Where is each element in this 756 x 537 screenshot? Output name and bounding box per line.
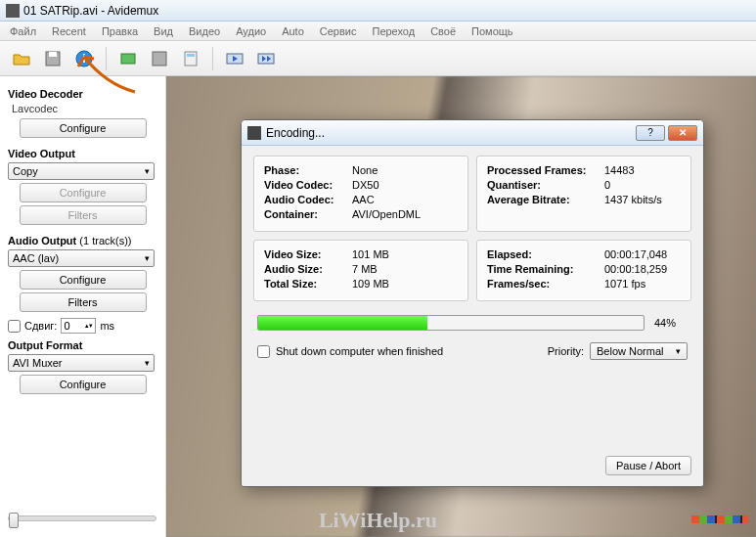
- menu-go[interactable]: Переход: [366, 23, 421, 39]
- fps-value: 1071 fps: [604, 278, 681, 290]
- priority-value: Below Normal: [597, 345, 663, 357]
- play-button[interactable]: [221, 45, 248, 72]
- toolbar-separator: [106, 47, 107, 70]
- phase-label: Phase:: [264, 164, 352, 176]
- shutdown-checkbox[interactable]: [257, 345, 270, 358]
- save-video-button[interactable]: [39, 45, 67, 72]
- shift-spinner[interactable]: 0: [61, 318, 96, 334]
- shutdown-label: Shut down computer when finished: [276, 345, 443, 357]
- audio-output-value: AAC (lav): [13, 252, 59, 264]
- seek-slider[interactable]: [8, 515, 156, 521]
- toolbar: i: [0, 41, 756, 76]
- menu-view[interactable]: Вид: [148, 23, 179, 39]
- priority-label: Priority:: [548, 345, 584, 357]
- progress-percent: 44%: [654, 317, 688, 329]
- frame-info-box: Processed Frames:14483 Quantiser:0 Avera…: [476, 156, 691, 232]
- dialog-titlebar: Encoding... ? ✕: [242, 120, 703, 146]
- sidebar: Video Decoder Lavcodec Configure Video O…: [0, 76, 166, 537]
- video-output-configure-button[interactable]: Configure: [20, 183, 147, 202]
- tsize-value: 109 MB: [352, 278, 458, 290]
- asize-label: Audio Size:: [264, 263, 352, 275]
- procframes-value: 14483: [604, 164, 681, 176]
- output-format-combo[interactable]: AVI Muxer: [8, 354, 155, 372]
- shift-checkbox[interactable]: [8, 320, 21, 333]
- window-title: 01 SATRip.avi - Avidemux: [23, 4, 158, 18]
- tool-btn-4[interactable]: [114, 45, 142, 72]
- menubar: Файл Recent Правка Вид Видео Аудио Auto …: [0, 22, 756, 41]
- shift-value: 0: [64, 320, 69, 332]
- elapsed-label: Elapsed:: [487, 248, 604, 260]
- pause-abort-button[interactable]: Pause / Abort: [605, 456, 691, 475]
- window-titlebar: 01 SATRip.avi - Avidemux: [0, 0, 756, 22]
- acodec-value: AAC: [352, 194, 458, 205]
- vcodec-value: DX50: [352, 179, 458, 191]
- container-label: Container:: [264, 208, 352, 220]
- video-decoder-configure-button[interactable]: Configure: [20, 118, 147, 138]
- svg-rect-1: [49, 52, 57, 57]
- fps-label: Frames/sec:: [487, 278, 604, 290]
- svg-rect-4: [121, 54, 135, 64]
- quantiser-label: Quantiser:: [487, 179, 604, 191]
- svg-rect-7: [187, 54, 195, 57]
- bitrate-label: Average Bitrate:: [487, 194, 604, 205]
- audio-output-filters-button[interactable]: Filters: [20, 292, 147, 312]
- encoding-dialog: Encoding... ? ✕ Phase:None Video Codec:D…: [241, 119, 704, 487]
- menu-custom[interactable]: Своё: [424, 23, 462, 39]
- play-filtered-button[interactable]: [252, 45, 280, 72]
- vsize-label: Video Size:: [264, 248, 352, 260]
- info-button[interactable]: i: [70, 45, 98, 72]
- container-value: AVI/OpenDML: [352, 208, 458, 220]
- output-format-value: AVI Muxer: [13, 357, 63, 369]
- vsize-value: 101 MB: [352, 248, 458, 260]
- bottom-track: [8, 515, 748, 523]
- quantiser-value: 0: [604, 179, 681, 191]
- open-button[interactable]: [8, 45, 35, 72]
- video-decoder-codec: Lavcodec: [8, 103, 157, 114]
- clapper-icon: [247, 126, 261, 140]
- toolbar-separator: [212, 47, 213, 70]
- menu-recent[interactable]: Recent: [46, 23, 92, 39]
- acodec-label: Audio Codec:: [264, 194, 352, 205]
- app-icon: [6, 4, 20, 18]
- tool-btn-5[interactable]: [146, 45, 173, 72]
- output-format-configure-button[interactable]: Configure: [20, 375, 147, 394]
- dialog-close-button[interactable]: ✕: [668, 125, 697, 141]
- menu-edit[interactable]: Правка: [96, 23, 144, 39]
- video-output-filters-button[interactable]: Filters: [20, 205, 147, 225]
- menu-auto[interactable]: Auto: [276, 23, 310, 39]
- vcodec-label: Video Codec:: [264, 179, 352, 191]
- size-info-box: Video Size:101 MB Audio Size:7 MB Total …: [253, 240, 468, 301]
- priority-combo[interactable]: Below Normal: [590, 342, 688, 360]
- remaining-label: Time Remaining:: [487, 263, 604, 275]
- video-output-value: Copy: [13, 165, 38, 177]
- menu-file[interactable]: Файл: [4, 23, 42, 39]
- phase-value: None: [352, 164, 458, 176]
- menu-video[interactable]: Видео: [183, 23, 226, 39]
- menu-help[interactable]: Помощь: [466, 23, 519, 39]
- audio-output-configure-button[interactable]: Configure: [20, 270, 147, 290]
- remaining-value: 00:00:18,259: [604, 263, 681, 275]
- shift-label: Сдвиг:: [24, 320, 57, 332]
- progress-bar: [257, 315, 645, 331]
- asize-value: 7 MB: [352, 263, 458, 275]
- audio-output-head: Audio Output (1 track(s)): [8, 235, 157, 246]
- menu-tools[interactable]: Сервис: [314, 23, 363, 39]
- video-decoder-head: Video Decoder: [8, 88, 157, 100]
- menu-audio[interactable]: Аудио: [230, 23, 272, 39]
- output-format-head: Output Format: [8, 339, 157, 351]
- bitrate-value: 1437 kbits/s: [604, 194, 681, 205]
- svg-text:i: i: [82, 52, 85, 66]
- calculator-button[interactable]: [177, 45, 204, 72]
- dialog-help-button[interactable]: ?: [636, 125, 665, 141]
- tsize-label: Total Size:: [264, 278, 352, 290]
- dialog-title: Encoding...: [266, 126, 325, 140]
- video-output-combo[interactable]: Copy: [8, 162, 155, 180]
- svg-rect-5: [153, 52, 166, 66]
- time-strip: [691, 515, 748, 523]
- progress-fill: [258, 316, 427, 330]
- video-output-head: Video Output: [8, 148, 157, 159]
- audio-output-combo[interactable]: AAC (lav): [8, 249, 155, 267]
- procframes-label: Processed Frames:: [487, 164, 604, 176]
- shift-unit: ms: [100, 320, 114, 332]
- codec-info-box: Phase:None Video Codec:DX50 Audio Codec:…: [253, 156, 468, 232]
